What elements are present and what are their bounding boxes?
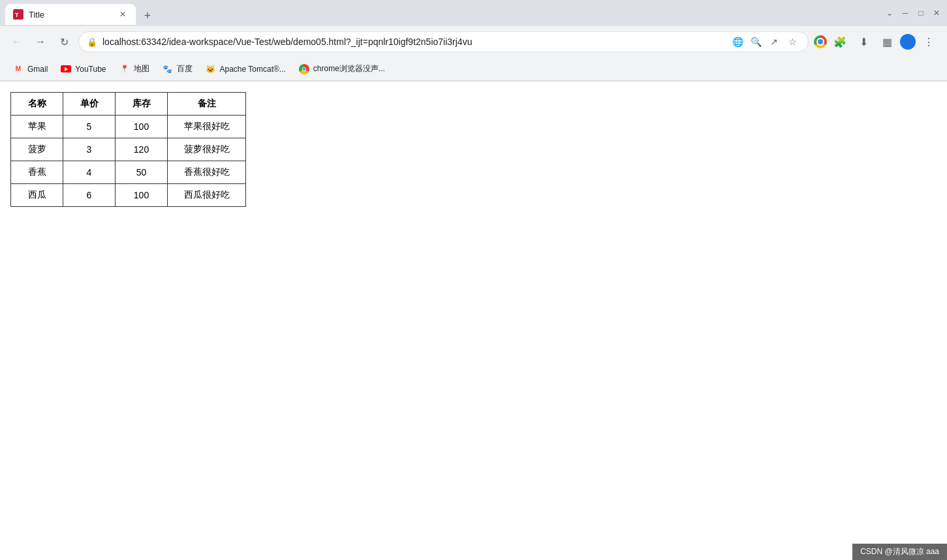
cell-remark-0: 苹果很好吃 [168, 116, 246, 138]
forward-button[interactable]: → [31, 33, 50, 51]
new-tab-button[interactable]: + [138, 7, 157, 25]
bookmark-youtube-label: YouTube [75, 65, 106, 74]
table-row: 苹果5100苹果很好吃 [11, 116, 246, 138]
table-row: 香蕉450香蕉很好吃 [11, 161, 246, 184]
csdn-badge-text: CSDN @清风微凉 aaa [860, 546, 939, 557]
bookmark-maps[interactable]: 📍 地图 [114, 61, 155, 77]
tab-title: Title [29, 10, 112, 20]
search-icon[interactable]: 🔍 [748, 34, 764, 50]
bookmark-gmail-label: Gmail [27, 65, 48, 74]
translate-icon[interactable]: 🌐 [730, 34, 745, 50]
extensions-button[interactable]: 🧩 [830, 31, 850, 52]
bookmark-maps-label: 地图 [134, 63, 149, 74]
cell-price-1: 3 [63, 138, 116, 161]
tab-favicon: T [13, 9, 23, 20]
table-row: 菠萝3120菠萝很好吃 [11, 138, 246, 161]
address-bar: ← → ↻ 🔒 localhost:63342/idea-workspace/V… [0, 26, 947, 57]
lock-icon: 🔒 [87, 37, 97, 47]
cell-stock-3: 100 [116, 184, 168, 207]
bookmark-tomcat-label: Apache Tomcat®... [220, 65, 286, 74]
url-actions: 🌐 🔍 ↗ ☆ [730, 34, 800, 50]
url-text: localhost:63342/idea-workspace/Vue-Test/… [102, 37, 724, 47]
sidebar-button[interactable]: ▦ [877, 31, 897, 52]
cell-price-0: 5 [63, 116, 116, 138]
toolbar-right: 🧩 ⬇ ▦ 👤 ⋮ [814, 31, 939, 52]
cell-remark-2: 香蕉很好吃 [168, 161, 246, 184]
cell-remark-1: 菠萝很好吃 [168, 138, 246, 161]
downloads-button[interactable]: ⬇ [853, 31, 874, 52]
bookmark-gmail[interactable]: M Gmail [8, 61, 53, 77]
bookmark-tomcat[interactable]: 🐱 Apache Tomcat®... [200, 61, 291, 77]
bookmark-icon[interactable]: ☆ [784, 34, 800, 50]
bookmark-baidu[interactable]: 🐾 百度 [157, 61, 198, 77]
youtube-favicon [61, 64, 71, 74]
cell-name-3: 西瓜 [11, 184, 63, 207]
bookmark-chrome-sound[interactable]: chrome浏览器没声... [294, 61, 390, 77]
data-table: 名称 单价 库存 备注 苹果5100苹果很好吃菠萝3120菠萝很好吃香蕉450香… [10, 92, 246, 207]
col-header-name: 名称 [11, 93, 63, 116]
cell-name-2: 香蕉 [11, 161, 63, 184]
share-icon[interactable]: ↗ [766, 34, 782, 50]
baidu-favicon: 🐾 [163, 64, 173, 74]
col-header-price: 单价 [63, 93, 116, 116]
gmail-favicon: M [13, 64, 23, 74]
cell-name-0: 苹果 [11, 116, 63, 138]
tomcat-favicon: 🐱 [206, 64, 216, 74]
chrome-ext-favicon [299, 64, 309, 74]
bookmark-chrome-sound-label: chrome浏览器没声... [313, 63, 385, 74]
cell-price-3: 6 [63, 184, 116, 207]
csdn-status-badge: CSDN @清风微凉 aaa [852, 544, 947, 560]
maps-favicon: 📍 [119, 64, 130, 74]
url-bar[interactable]: 🔒 localhost:63342/idea-workspace/Vue-Tes… [78, 31, 809, 52]
profile-button[interactable]: 👤 [900, 34, 916, 50]
table-header-row: 名称 单价 库存 备注 [11, 93, 246, 116]
reload-button[interactable]: ↻ [55, 33, 73, 51]
chrome-logo-icon [814, 35, 827, 48]
col-header-remark: 备注 [168, 93, 246, 116]
bookmark-youtube[interactable]: YouTube [55, 61, 111, 77]
browser-chrome: T Title ✕ + ⌄ ─ □ ✕ ← [0, 0, 947, 82]
window-controls: ⌄ ─ □ ✕ [884, 8, 942, 18]
title-bar: T Title ✕ + ⌄ ─ □ ✕ [0, 0, 947, 26]
minimize-button[interactable]: ─ [900, 8, 910, 18]
cell-stock-2: 50 [116, 161, 168, 184]
svg-text:T: T [15, 12, 19, 18]
maximize-button[interactable]: □ [916, 8, 926, 18]
close-button[interactable]: ✕ [931, 8, 942, 18]
page-content: 名称 单价 库存 备注 苹果5100苹果很好吃菠萝3120菠萝很好吃香蕉450香… [0, 82, 947, 537]
table-row: 西瓜6100西瓜很好吃 [11, 184, 246, 207]
cell-name-1: 菠萝 [11, 138, 63, 161]
bookmark-baidu-label: 百度 [177, 63, 193, 74]
chrome-menu-button[interactable]: ⋮ [918, 31, 939, 52]
cell-price-2: 4 [63, 161, 116, 184]
back-button[interactable]: ← [8, 33, 26, 51]
active-tab[interactable]: T Title ✕ [5, 4, 136, 25]
col-header-stock: 库存 [116, 93, 168, 116]
cell-remark-3: 西瓜很好吃 [168, 184, 246, 207]
bookmarks-bar: M Gmail YouTube 📍 地图 🐾 百度 [0, 57, 947, 81]
tab-close-button[interactable]: ✕ [117, 9, 128, 20]
cell-stock-0: 100 [116, 116, 168, 138]
chevron-down-icon[interactable]: ⌄ [884, 8, 895, 18]
cell-stock-1: 120 [116, 138, 168, 161]
